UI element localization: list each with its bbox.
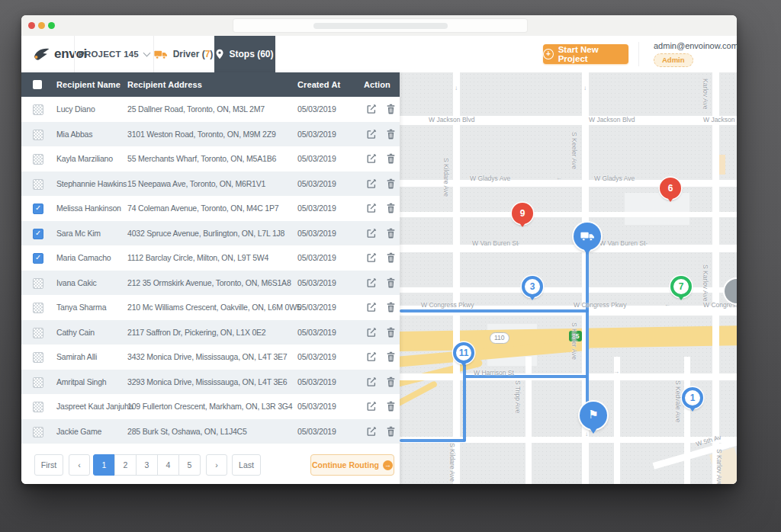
delete-icon[interactable]	[386, 228, 397, 239]
delete-icon[interactable]	[386, 377, 397, 387]
minimize-window-button[interactable]	[38, 22, 45, 29]
pagination-first-button[interactable]: First	[34, 454, 63, 476]
street-label: W Gladys Ave	[470, 175, 510, 182]
row-checkbox[interactable]	[33, 253, 43, 264]
row-checkbox[interactable]	[33, 427, 43, 437]
pagination-page-button[interactable]: 1	[93, 454, 115, 476]
table-row[interactable]: Samirah Alli 3432 Monica Drive, Mississa…	[21, 345, 400, 370]
recipient-address: 25 Dallner Road, Toronto, ON, M3L 2M7	[127, 97, 265, 122]
table-row[interactable]: Melissa Hankinson 74 Coleman Avenue, Tor…	[21, 196, 400, 221]
table-row[interactable]: Jackie Game 285 Burk St, Oshawa, ON, L1J…	[21, 419, 400, 444]
edit-icon[interactable]	[366, 426, 377, 437]
truck-marker[interactable]	[574, 223, 601, 250]
edit-icon[interactable]	[366, 327, 377, 338]
recipient-name: Melissa Hankinson	[56, 196, 121, 221]
edit-icon[interactable]	[366, 178, 377, 189]
map[interactable]: 11025 W Jackson BlvdW Jackson BlvdW Jack…	[400, 72, 737, 484]
table-row[interactable]: Sara Mc Kim 4032 Spruce Avenue, Burlingt…	[21, 221, 400, 246]
row-checkbox[interactable]	[33, 104, 43, 115]
one-way-arrow-icon: →	[613, 368, 619, 375]
partial-marker[interactable]	[725, 279, 737, 303]
delete-icon[interactable]	[386, 178, 397, 189]
pagination-next-button[interactable]: ›	[206, 454, 227, 476]
edit-icon[interactable]	[366, 153, 377, 164]
tab-stops-active[interactable]: Stops (60)	[214, 36, 275, 72]
stop-pin[interactable]: 3	[522, 276, 543, 297]
one-way-arrow-icon: →	[514, 239, 520, 246]
url-bar[interactable]	[233, 19, 527, 32]
delete-icon[interactable]	[386, 401, 397, 412]
continue-routing-button[interactable]: Continue Routing →	[310, 454, 394, 476]
table-row[interactable]: Jaspreet Kaut Janjuha 109 Fullerton Cres…	[21, 394, 400, 419]
row-checkbox[interactable]	[33, 229, 43, 239]
table-row[interactable]: Mia Abbas 3101 Weston Road, Toronto, ON,…	[21, 122, 400, 147]
one-way-arrow-icon: ↓	[455, 85, 458, 91]
pagination-page-button[interactable]: 3	[136, 454, 158, 476]
pagination-page-button[interactable]: 2	[114, 454, 137, 476]
edit-icon[interactable]	[366, 252, 377, 263]
stop-pin[interactable]: 1	[682, 387, 703, 409]
table-row[interactable]: Kayla Marziliano 55 Merchants Wharf, Tor…	[21, 146, 400, 171]
row-checkbox[interactable]	[33, 278, 43, 289]
stop-pin[interactable]: 7	[670, 276, 692, 297]
table-row[interactable]: Amritpal Singh 3293 Monica Drive, Missis…	[21, 370, 400, 395]
row-checkbox[interactable]	[33, 130, 43, 140]
delete-icon[interactable]	[386, 104, 397, 114]
table-row[interactable]: Stephannie Hawkins 15 Neepawa Ave, Toron…	[21, 171, 400, 197]
delete-icon[interactable]	[386, 426, 397, 437]
delete-icon[interactable]	[386, 153, 397, 164]
pagination-page-button[interactable]: 5	[178, 454, 201, 476]
recipient-address: 4032 Spruce Avenue, Burlington, ON, L7L …	[127, 221, 284, 246]
edit-icon[interactable]	[366, 351, 377, 362]
stop-pin[interactable]: 6	[660, 178, 681, 199]
stop-pin[interactable]: 11	[453, 342, 474, 364]
table-row[interactable]: Ivana Cakic 212 35 Ormskirk Avenue, Toro…	[21, 271, 400, 296]
pagination-prev-button[interactable]: ‹	[69, 454, 90, 476]
recipient-name: Sara Mc Kim	[56, 221, 101, 246]
row-checkbox[interactable]	[33, 303, 43, 313]
table-row[interactable]: Lucy Diano 25 Dallner Road, Toronto, ON,…	[21, 97, 400, 122]
street-minor	[614, 357, 620, 484]
stop-pin[interactable]: 9	[512, 203, 533, 224]
table-row[interactable]: Maria Camacho 1112 Barclay Circle, Milto…	[21, 245, 400, 271]
start-new-project-button[interactable]: + Start New Project	[543, 44, 628, 64]
table-row[interactable]: Cathy Cain 2117 Saffron Dr, Pickering, O…	[21, 320, 400, 345]
tab-driver[interactable]: Driver (7)	[153, 36, 215, 72]
plus-circle-icon: +	[543, 49, 554, 59]
edit-icon[interactable]	[366, 228, 377, 239]
edit-icon[interactable]	[366, 401, 377, 412]
row-checkbox[interactable]	[33, 402, 43, 412]
edit-icon[interactable]	[366, 129, 377, 139]
row-checkbox[interactable]	[33, 352, 43, 363]
row-checkbox[interactable]	[33, 328, 43, 338]
delete-icon[interactable]	[386, 203, 397, 213]
delete-icon[interactable]	[386, 252, 397, 263]
row-checkbox[interactable]	[33, 154, 43, 165]
project-selector[interactable]: PROJECT 145	[74, 36, 154, 72]
select-all-checkbox[interactable]	[33, 80, 42, 89]
edit-icon[interactable]	[366, 203, 377, 213]
pagination-page-button[interactable]: 4	[157, 454, 179, 476]
arrow-right-circle-icon: →	[383, 460, 393, 470]
close-window-button[interactable]	[28, 22, 35, 29]
delete-icon[interactable]	[386, 302, 397, 312]
row-checkbox[interactable]	[33, 377, 43, 388]
delete-icon[interactable]	[386, 351, 397, 362]
recipient-address: 74 Coleman Avenue, Toronto, ON, M4C 1P7	[127, 196, 278, 221]
edit-icon[interactable]	[366, 277, 377, 288]
pagination-last-button[interactable]: Last	[232, 454, 261, 476]
table-row[interactable]: Tanya Sharma 210 Mc Williams Crescent, O…	[21, 295, 400, 320]
delete-icon[interactable]	[386, 129, 397, 139]
created-at: 05/03/2019	[297, 295, 336, 320]
delete-icon[interactable]	[386, 277, 397, 288]
maximize-window-button[interactable]	[48, 22, 55, 29]
edit-icon[interactable]	[366, 377, 377, 387]
edit-icon[interactable]	[366, 104, 377, 114]
recipient-address: 3432 Monica Drive, Mississauga, ON, L4T …	[127, 345, 287, 370]
delete-icon[interactable]	[386, 327, 397, 338]
row-checkbox[interactable]	[33, 179, 43, 190]
flag-marker[interactable]: ⚑	[580, 402, 607, 429]
edit-icon[interactable]	[366, 302, 377, 312]
created-at: 05/03/2019	[297, 394, 336, 419]
row-checkbox[interactable]	[33, 204, 43, 214]
